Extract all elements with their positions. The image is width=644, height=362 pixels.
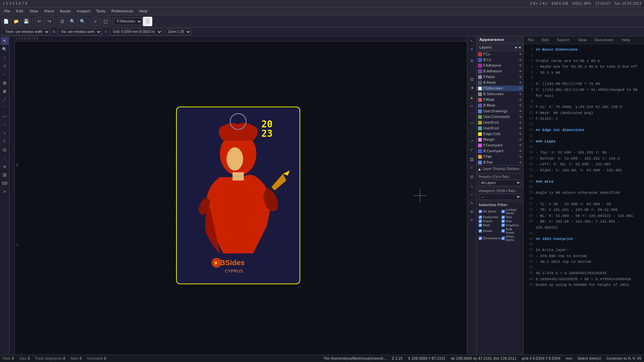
layer-visibility-icon[interactable]: 👁: [519, 53, 522, 56]
menu-route[interactable]: Route: [57, 8, 73, 14]
zoom-fit-button[interactable]: ⊡: [58, 17, 67, 26]
viewports-select[interactable]: ---: [479, 194, 521, 200]
zoom-in-button[interactable]: 🔍: [68, 17, 77, 26]
draw-rect-btn[interactable]: ▭: [1, 112, 9, 120]
layer-item-b-cu[interactable]: B.Cu 👁: [477, 57, 523, 63]
editor-tab-document[interactable]: Document: [593, 37, 615, 43]
copper-zone-btn[interactable]: ▦: [1, 79, 9, 87]
sel-filter-checkbox[interactable]: [479, 229, 482, 233]
forward-btn[interactable]: ↗: [468, 137, 476, 145]
undo-button[interactable]: ↩: [35, 17, 44, 26]
layer-item-edge-cuts[interactable]: Edge.Cuts 👁: [477, 131, 523, 137]
layer-item-f-silkscreen[interactable]: F.Silkscreen 👁: [477, 85, 523, 91]
pencil-edit-btn[interactable]: ✎: [468, 199, 476, 207]
layer-visibility-icon[interactable]: 👁: [519, 93, 522, 96]
editor-content[interactable]: 1 ## Basic Dimensions 2 3 Credit Cards a…: [524, 44, 644, 355]
layer-visibility-icon[interactable]: 👁: [519, 64, 522, 67]
layer-visibility-icon[interactable]: 👁: [519, 161, 522, 164]
grid-btn-r[interactable]: ⊞: [468, 57, 476, 65]
sel-filter-checkbox[interactable]: [501, 220, 505, 223]
layer-item-b-fab[interactable]: B.Fab 👁: [477, 160, 523, 165]
scripting-btn[interactable]: ⌨: [1, 179, 9, 187]
layer-item-b-mask[interactable]: B.Mask 👁: [477, 103, 523, 108]
draw-arrow-btn[interactable]: ▲: [468, 94, 476, 102]
contrast-btn[interactable]: ◑: [468, 83, 476, 92]
editor-tab-search[interactable]: Search: [556, 37, 571, 43]
layer-visibility-icon[interactable]: 👁: [519, 75, 522, 79]
text-tool-r[interactable]: T: [468, 164, 476, 172]
arc-tool-btn[interactable]: ⌒: [468, 110, 476, 118]
add-via-btn[interactable]: ⊙: [1, 62, 9, 70]
menu-preferences[interactable]: Preferences: [109, 8, 136, 14]
sel-filter-checkbox[interactable]: [501, 237, 505, 240]
track-width-select[interactable]: Track: use netclass width: [2, 28, 50, 35]
layer-item-b-adhesive[interactable]: B.Adhesive 👁: [477, 68, 523, 74]
layer-visibility-icon[interactable]: 👁: [519, 70, 522, 73]
layer-item-f-fab[interactable]: F.Fab 👁: [477, 154, 523, 160]
layer-color-btn[interactable]: ▓: [143, 17, 152, 26]
sel-filter-checkbox[interactable]: [501, 224, 505, 227]
layer-item-f-adhesive[interactable]: F.Adhesive 👁: [477, 63, 523, 68]
sel-filter-checkbox[interactable]: [479, 224, 482, 227]
add-footprint-btn[interactable]: ⊕: [1, 163, 9, 171]
presets-select[interactable]: All Layers Default Front Copper: [479, 180, 521, 186]
menu-help[interactable]: Help: [137, 8, 150, 14]
menu-inspect[interactable]: Inspect: [74, 8, 93, 14]
new-button[interactable]: 📄: [1, 17, 11, 26]
editor-tab-edit[interactable]: Edit: [540, 37, 550, 43]
layer-visibility-icon[interactable]: 👁: [519, 132, 522, 136]
drc-button[interactable]: ✓: [91, 17, 100, 26]
dimension-btn[interactable]: ↕: [1, 154, 9, 162]
layer-item-f-paste[interactable]: F.Paste 👁: [477, 74, 523, 80]
menu-file[interactable]: File: [1, 8, 13, 14]
layer-visibility-icon[interactable]: 👁: [519, 58, 522, 62]
draw-line-btn[interactable]: ╱: [1, 96, 9, 104]
layer-item-f-mask[interactable]: F.Mask 👁: [477, 97, 523, 103]
menu-view[interactable]: View: [27, 8, 41, 14]
3d-button[interactable]: □: [101, 17, 110, 26]
layer-item-b-courtyard[interactable]: B.Courtyard 👁: [477, 148, 523, 154]
add-image-btn[interactable]: 🖼: [1, 171, 9, 179]
draw-bezier-btn[interactable]: ∿: [1, 129, 9, 137]
inspect-btn[interactable]: 🔍: [1, 45, 9, 53]
layer-item-usereco1[interactable]: UserEco1 👁: [477, 120, 523, 125]
menu-edit[interactable]: Edit: [13, 8, 26, 14]
editor-tab-help[interactable]: Help: [621, 37, 632, 43]
layer-item-margin[interactable]: Margin 👁: [477, 137, 523, 142]
layer-visibility-icon[interactable]: 👁: [519, 121, 522, 124]
layer-visibility-icon[interactable]: 👁: [519, 110, 522, 113]
layer-visibility-icon[interactable]: 👁: [519, 149, 522, 153]
canvas-area[interactable]: 1 2 3 4 5 6 7 8 9: [9, 36, 467, 355]
sel-filter-checkbox[interactable]: [479, 237, 482, 240]
delete-tool-btn[interactable]: ✕: [1, 188, 9, 196]
zoom-select[interactable]: Zoom 2.20: [165, 28, 191, 35]
add-textbox-btn[interactable]: ▤: [1, 146, 9, 154]
route-track-btn[interactable]: ⌇: [1, 54, 9, 62]
sel-filter-checkbox[interactable]: [501, 210, 505, 213]
image-tool-btn[interactable]: 🖼: [468, 156, 476, 164]
layer-visibility-icon[interactable]: 👁: [519, 98, 522, 102]
layer-visibility-icon[interactable]: 👁: [519, 155, 522, 159]
layer-display-toggle[interactable]: ▶ Layer Display Options: [479, 167, 521, 172]
layer-visibility-icon[interactable]: 👁: [519, 81, 522, 84]
delete-r-btn[interactable]: ✕: [468, 216, 476, 224]
sel-filter-checkbox[interactable]: [479, 210, 482, 213]
close-btn[interactable]: ✕: [468, 45, 476, 53]
layer-visibility-icon[interactable]: 👁: [519, 138, 522, 141]
layer-item-b-silkscreen[interactable]: B.Silkscreen 👁: [477, 91, 523, 97]
menu-tools[interactable]: Tools: [94, 8, 108, 14]
sel-filter-checkbox[interactable]: [501, 229, 505, 233]
sel-filter-checkbox[interactable]: [479, 216, 482, 219]
layer-visibility-icon[interactable]: 👁: [519, 104, 522, 107]
layer-visibility-icon[interactable]: 👁: [519, 127, 522, 130]
save-button[interactable]: 💾: [21, 17, 31, 26]
transform-btn[interactable]: ⊗: [468, 207, 476, 216]
fill-btn[interactable]: ▨: [468, 75, 476, 83]
editor-tab-view[interactable]: View: [577, 37, 588, 43]
layer-visibility-icon[interactable]: 👁: [519, 115, 522, 119]
layer-item-usereco2[interactable]: UserEco2 👁: [477, 125, 523, 131]
select-cursor-btn[interactable]: ↖: [468, 37, 476, 45]
plus-btn[interactable]: +: [468, 191, 476, 199]
grid-select[interactable]: Grid: 0.0254 mm (0.0010 in): [110, 28, 162, 35]
pen-btn[interactable]: ✏: [468, 102, 476, 110]
